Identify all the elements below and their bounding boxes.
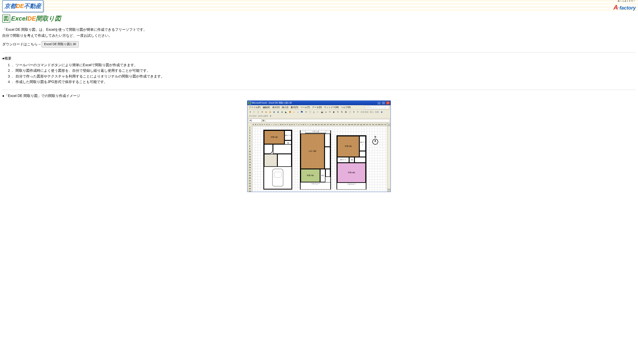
row-header[interactable]: 14 (247, 161, 252, 164)
col-header[interactable]: Y (307, 123, 309, 126)
tool-icon[interactable]: ◣ (284, 110, 288, 114)
col-header[interactable]: AQ (360, 123, 363, 126)
col-header[interactable]: AV (375, 123, 378, 126)
tool-icon[interactable]: △ (312, 110, 316, 114)
col-header[interactable]: S (293, 123, 296, 126)
col-header[interactable]: P (286, 123, 289, 126)
col-header[interactable]: AC (317, 123, 321, 126)
tool-icon[interactable]: □ (252, 110, 256, 114)
row-header[interactable]: 9 (247, 148, 252, 150)
tool-icon[interactable]: ▾ (304, 110, 308, 114)
row-header[interactable]: 23 (247, 185, 252, 187)
col-header[interactable]: R (291, 123, 293, 126)
col-header[interactable]: A (252, 123, 255, 126)
col-header[interactable]: AG (330, 123, 333, 126)
tool-icon[interactable]: ⊓ (328, 110, 332, 114)
tool-insert[interactable]: 挿入 (369, 110, 374, 114)
tool-icon[interactable]: ■ (280, 110, 284, 114)
maximize-button[interactable]: □ (382, 102, 385, 104)
menu-file[interactable]: ファイル(F) (249, 106, 261, 109)
row-header[interactable]: 22 (247, 182, 252, 185)
row-header[interactable]: 1 (247, 126, 252, 129)
row-header[interactable]: 7 (247, 142, 252, 145)
tool-icon[interactable]: ■ (264, 110, 268, 114)
row-header[interactable]: 11 (247, 153, 252, 156)
name-box[interactable]: A1 (248, 119, 262, 123)
formula-bar[interactable] (265, 119, 390, 122)
col-header[interactable]: AA (311, 123, 315, 126)
col-header[interactable]: AN (351, 123, 354, 126)
col-header[interactable]: F (264, 123, 266, 126)
col-header[interactable]: AM (348, 123, 351, 126)
col-header[interactable]: AD (321, 123, 324, 126)
col-header[interactable]: T (296, 123, 298, 126)
col-header[interactable]: M (280, 123, 282, 126)
scroll-down-icon[interactable]: ▾ (387, 188, 390, 192)
menu-data[interactable]: データ(D) (312, 106, 322, 109)
tool-icon[interactable]: ■ (268, 110, 272, 114)
tool-icon[interactable]: ▾ (260, 110, 264, 114)
col-header[interactable]: AL (345, 123, 348, 126)
row-header[interactable]: 4 (247, 134, 252, 137)
tool-icon[interactable]: ■ (276, 110, 280, 114)
menu-insert[interactable]: 挿入(I) (282, 106, 288, 109)
help-search[interactable]: 質問を入力してください (365, 106, 389, 109)
download-button[interactable]: Excel DE 間取り図1.30 (42, 41, 79, 48)
row-header[interactable]: 18 (247, 171, 252, 174)
col-header[interactable]: AF (327, 123, 330, 126)
col-header[interactable]: W (302, 123, 305, 126)
select-all-corner[interactable] (247, 123, 252, 126)
row-header[interactable]: 21 (247, 179, 252, 182)
tool-icon[interactable]: ⬣ (288, 110, 292, 114)
tool-icon[interactable]: ⊠ (344, 110, 348, 114)
col-header[interactable]: C (257, 123, 259, 126)
col-header[interactable]: AB (315, 123, 318, 126)
col-header[interactable]: E (261, 123, 264, 126)
tool-delete[interactable]: 削除 (375, 110, 379, 114)
close-button[interactable]: × (386, 102, 390, 104)
col-header[interactable]: AX (381, 123, 384, 126)
vertical-scrollbar[interactable]: ▴ ▾ (387, 123, 391, 192)
tool-icon[interactable]: ■ (272, 110, 276, 114)
tool-name-register[interactable]: 名前登録 (360, 110, 369, 114)
tool-icon[interactable]: ◐ (332, 110, 336, 114)
company-logo[interactable]: あ～ふぁくとり～ A·factory (613, 0, 636, 12)
col-header[interactable]: Z (309, 123, 311, 126)
row-header[interactable]: 19 (247, 174, 252, 177)
tool-icon[interactable]: ▾ (248, 110, 252, 114)
col-header[interactable]: N (282, 123, 284, 126)
col-header[interactable]: K (275, 123, 277, 126)
col-header[interactable]: AR (363, 123, 366, 126)
scroll-up-icon[interactable]: ▴ (387, 123, 390, 126)
col-header[interactable]: AJ (339, 123, 342, 126)
col-header[interactable]: D (259, 123, 261, 126)
col-header[interactable]: U (298, 123, 300, 126)
tool-icon[interactable]: ⌂ (296, 110, 300, 114)
row-header[interactable]: 10 (247, 150, 252, 153)
col-header[interactable]: AS (366, 123, 369, 126)
tool-icon[interactable]: ✦ (356, 110, 360, 114)
row-header[interactable]: 3 (247, 132, 252, 134)
col-header[interactable]: AP (357, 123, 360, 126)
col-header[interactable]: AI (336, 123, 339, 126)
tool-icon[interactable]: ⇅ (340, 110, 344, 114)
col-header[interactable]: AO (354, 123, 357, 126)
row-header[interactable]: 2 (247, 129, 252, 132)
col-header[interactable]: I (271, 123, 273, 126)
tool-icon[interactable]: ■ (380, 110, 383, 114)
tool-icon[interactable]: ▾ (352, 110, 356, 114)
col-header[interactable]: AH (333, 123, 336, 126)
tool-icon[interactable]: ⬚ (308, 110, 312, 114)
row-header[interactable]: 13 (247, 158, 252, 161)
fx-icon[interactable]: fx (263, 119, 264, 122)
minimize-button[interactable]: _ (377, 102, 381, 104)
tool-icon[interactable]: ⛟ (300, 110, 304, 114)
col-header[interactable]: G (266, 123, 268, 126)
col-header[interactable]: L (277, 123, 280, 126)
col-header[interactable]: B (255, 123, 257, 126)
col-header[interactable]: AK (342, 123, 345, 126)
menu-edit[interactable]: 編集(E) (263, 106, 270, 109)
row-header[interactable]: 17 (247, 169, 252, 171)
tool-jpg-save[interactable]: JPG保存 (248, 114, 257, 118)
row-header[interactable]: 6 (247, 140, 252, 142)
